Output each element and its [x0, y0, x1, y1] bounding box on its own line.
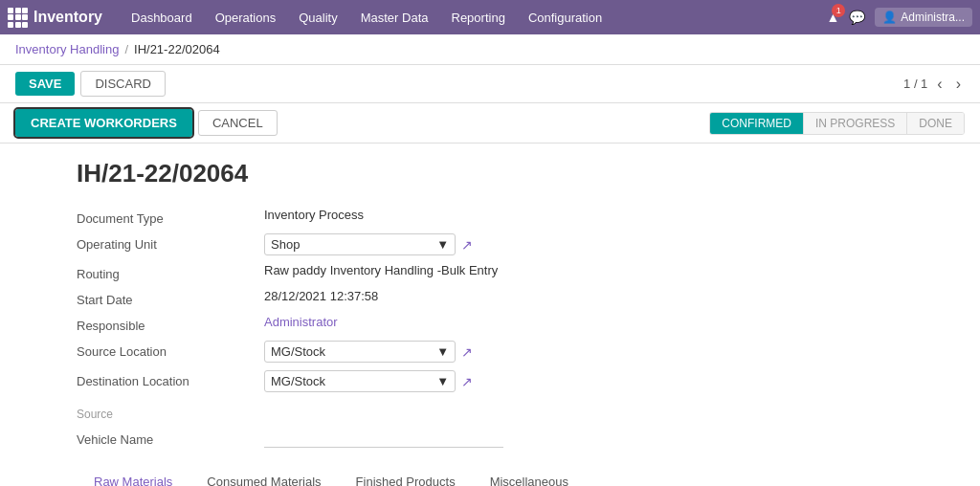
source-location-ext-link[interactable]: ↗: [461, 344, 473, 360]
operating-unit-value: Shop: [271, 237, 300, 252]
next-page-button[interactable]: ›: [952, 74, 965, 95]
status-confirmed: CONFIRMED: [710, 113, 804, 134]
breadcrumb-current: IH/21-22/02064: [134, 42, 220, 56]
action-toolbar: CREATE WORKORDERS CANCEL CONFIRMED IN PR…: [0, 103, 980, 144]
source-location-label: Source Location: [77, 341, 249, 363]
nav-dashboard[interactable]: Dashboard: [122, 7, 202, 29]
status-done: DONE: [907, 113, 964, 134]
tabs: Raw Materials Consumed Materials Finishe…: [77, 467, 903, 486]
brand-name: Inventory: [33, 9, 102, 26]
cancel-button[interactable]: CANCEL: [198, 110, 278, 136]
pagination: 1 / 1 ‹ ›: [903, 74, 965, 95]
tab-finished-products[interactable]: Finished Products: [339, 467, 473, 486]
prev-page-button[interactable]: ‹: [933, 74, 946, 95]
tab-consumed-materials[interactable]: Consumed Materials: [189, 467, 338, 486]
responsible-label: Responsible: [77, 315, 249, 333]
nav-operations[interactable]: Operations: [206, 7, 286, 29]
destination-location-arrow: ▼: [436, 374, 449, 388]
form-title: IH/21-22/02064: [77, 159, 903, 188]
breadcrumb: Inventory Handling / IH/21-22/02064: [0, 34, 980, 65]
chat-icon[interactable]: 💬: [849, 10, 865, 25]
destination-location-input[interactable]: MG/Stock ▼: [264, 370, 456, 392]
document-type-value: Inventory Process: [264, 208, 651, 226]
notification-badge: 1: [832, 4, 845, 17]
source-location-input[interactable]: MG/Stock ▼: [264, 341, 456, 363]
source-location-arrow: ▼: [436, 344, 449, 359]
status-badges: CONFIRMED IN PROGRESS DONE: [709, 112, 965, 135]
vehicle-name-label: Vehicle Name: [77, 429, 249, 448]
operating-unit-label: Operating Unit: [77, 233, 249, 255]
destination-location-value: MG/Stock: [271, 374, 325, 388]
tab-raw-materials[interactable]: Raw Materials: [77, 467, 189, 486]
vehicle-name-field: [264, 429, 651, 448]
source-location-field: MG/Stock ▼ ↗: [264, 341, 651, 363]
routing-label: Routing: [77, 263, 249, 281]
destination-location-label: Destination Location: [77, 370, 249, 392]
operating-unit-input[interactable]: Shop ▼: [264, 233, 456, 255]
grid-icon: [8, 8, 28, 28]
pagination-text: 1 / 1: [903, 77, 927, 91]
start-date-label: Start Date: [77, 289, 249, 307]
start-date-value: 28/12/2021 12:37:58: [264, 289, 651, 307]
admin-label: Administra...: [901, 11, 965, 24]
responsible-value[interactable]: Administrator: [264, 315, 651, 333]
admin-avatar: 👤: [882, 11, 897, 24]
admin-menu[interactable]: 👤 Administra...: [875, 8, 972, 27]
vehicle-name-input[interactable]: [264, 429, 503, 448]
status-in-progress: IN PROGRESS: [804, 113, 907, 134]
brand-logo[interactable]: Inventory: [8, 8, 102, 28]
nav-quality[interactable]: Quality: [289, 7, 346, 29]
nav-configuration[interactable]: Configuration: [519, 7, 612, 29]
breadcrumb-separator: /: [124, 42, 128, 56]
save-button[interactable]: SAVE: [15, 72, 75, 96]
top-navbar: Inventory Dashboard Operations Quality M…: [0, 0, 980, 34]
discard-button[interactable]: DISCARD: [80, 71, 166, 97]
right-icons: ▲ 1 💬 👤 Administra...: [826, 8, 972, 27]
breadcrumb-parent[interactable]: Inventory Handling: [15, 42, 119, 56]
source-section-label: Source: [77, 408, 249, 421]
form-fields: Document Type Inventory Process Operatin…: [77, 208, 651, 448]
destination-location-field: MG/Stock ▼ ↗: [264, 370, 651, 392]
main-content: IH/21-22/02064 Document Type Inventory P…: [0, 144, 980, 486]
notification-icon[interactable]: ▲ 1: [826, 10, 839, 25]
create-workorders-button[interactable]: CREATE WORKORDERS: [15, 109, 192, 137]
nav-master-data[interactable]: Master Data: [351, 7, 438, 29]
operating-unit-ext-link[interactable]: ↗: [461, 237, 473, 253]
source-location-value: MG/Stock: [271, 344, 325, 359]
nav-items: Dashboard Operations Quality Master Data…: [122, 7, 612, 29]
document-type-label: Document Type: [77, 208, 249, 226]
destination-location-ext-link[interactable]: ↗: [461, 374, 473, 389]
routing-value: Raw paddy Inventory Handling -Bulk Entry: [264, 263, 651, 281]
nav-reporting[interactable]: Reporting: [442, 7, 515, 29]
tab-miscellaneous[interactable]: Miscellaneous: [473, 467, 586, 486]
main-toolbar: SAVE DISCARD 1 / 1 ‹ ›: [0, 65, 980, 103]
operating-unit-field: Shop ▼ ↗: [264, 233, 651, 255]
operating-unit-arrow: ▼: [436, 237, 449, 252]
